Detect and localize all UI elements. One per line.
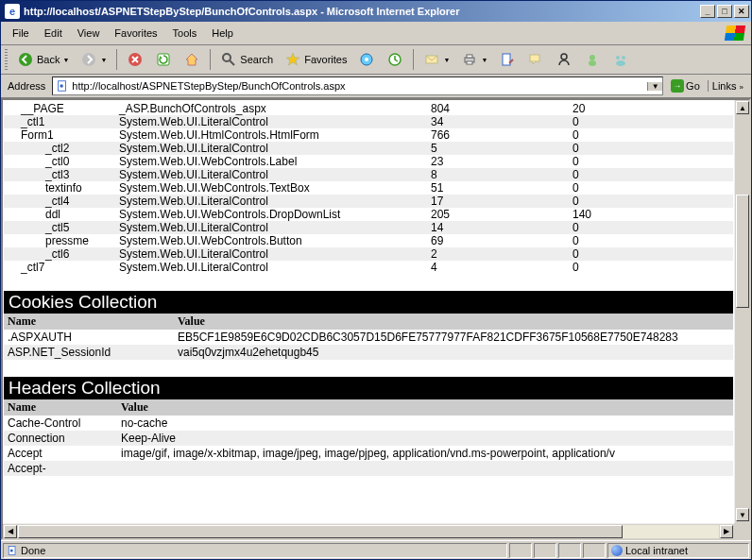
maximize-button[interactable]: □ [717, 5, 732, 18]
scroll-down-button[interactable]: ▼ [736, 508, 749, 521]
mail-icon [423, 51, 440, 68]
window-buttons: _ □ ✕ [698, 5, 749, 18]
chevron-down-icon: ▼ [443, 57, 450, 63]
status-main: Done [3, 543, 507, 558]
svg-point-6 [365, 58, 368, 61]
vertical-scrollbar[interactable]: ▲ ▼ [734, 100, 749, 523]
svg-rect-13 [530, 55, 539, 61]
table-row: ASP.NET_SessionIdvai5q0vzjmx4u2ehetqugb4… [4, 345, 733, 360]
menu-bar: File Edit View Favorites Tools Help [1, 22, 751, 45]
hscroll-thumb[interactable] [18, 525, 623, 538]
table-row: Acceptimage/gif, image/x-xbitmap, image/… [4, 446, 733, 461]
table-row: _ctl6System.Web.UI.LiteralControl20 [4, 247, 733, 261]
links-button[interactable]: Links » [708, 80, 747, 92]
table-row: ConnectionKeep-Alive [4, 431, 733, 446]
mail-button[interactable]: ▼ [419, 48, 454, 71]
address-label: Address [5, 80, 48, 92]
search-button[interactable]: Search [215, 48, 278, 71]
menu-tools[interactable]: Tools [165, 25, 205, 41]
menu-help[interactable]: Help [204, 25, 241, 41]
print-button[interactable]: ▼ [456, 48, 492, 71]
history-button[interactable] [382, 48, 408, 71]
menu-file[interactable]: File [5, 25, 37, 41]
scroll-left-button[interactable]: ◀ [4, 525, 17, 538]
window-title: http://localhost/ASPNETStepByStep/BunchO… [24, 6, 694, 17]
address-dropdown[interactable]: ▼ [647, 82, 662, 91]
research-button[interactable] [551, 48, 577, 71]
forward-button[interactable]: ▼ [76, 48, 111, 71]
table-row: textinfoSystem.Web.UI.WebControls.TextBo… [4, 181, 733, 195]
svg-point-14 [561, 54, 567, 59]
back-label: Back [37, 54, 60, 65]
address-bar: Address ▼ → Go Links » [1, 75, 751, 98]
status-text: Done [21, 545, 45, 556]
media-button[interactable] [353, 48, 380, 71]
edit-button[interactable] [494, 48, 521, 71]
page-body: __PAGE_ASP.BunchOfControls_aspx80420_ctl… [3, 100, 734, 478]
headers-col-name: Name [4, 399, 117, 416]
refresh-button[interactable] [150, 48, 177, 71]
cookies-col-name: Name [4, 314, 174, 330]
menu-edit[interactable]: Edit [37, 25, 70, 41]
page-icon [55, 79, 70, 93]
status-seg-2 [534, 543, 556, 558]
people-icon [612, 51, 629, 68]
table-row: Accept- [4, 461, 733, 476]
extra-button[interactable] [607, 48, 634, 71]
svg-point-21 [60, 84, 64, 88]
table-row: __PAGE_ASP.BunchOfControls_aspx80420 [4, 102, 733, 115]
cookies-heading: Cookies Collection [4, 291, 733, 314]
star-icon [284, 51, 301, 68]
table-row: Form1System.Web.UI.HtmlControls.HtmlForm… [4, 128, 733, 142]
scroll-up-button[interactable]: ▲ [736, 101, 749, 114]
status-bar: Done Local intranet [1, 540, 751, 559]
svg-point-0 [19, 53, 32, 66]
scroll-right-button[interactable]: ▶ [720, 525, 733, 538]
menu-favorites[interactable]: Favorites [107, 25, 164, 41]
toolbar-grip[interactable] [5, 49, 8, 70]
svg-point-1 [82, 53, 95, 66]
table-row: _ctl5System.Web.UI.LiteralControl140 [4, 221, 733, 234]
search-icon [220, 51, 237, 68]
status-seg-4 [583, 543, 606, 558]
status-seg-1 [509, 543, 532, 558]
toolbar: Back ▼ ▼ [1, 45, 751, 75]
close-button[interactable]: ✕ [734, 5, 749, 18]
svg-point-16 [589, 60, 596, 66]
content-area: __PAGE_ASP.BunchOfControls_aspx80420_ctl… [1, 98, 751, 540]
go-button[interactable]: → Go [667, 76, 704, 95]
svg-point-19 [616, 60, 625, 66]
table-row: _ctl7System.Web.UI.LiteralControl40 [4, 261, 733, 274]
horizontal-scrollbar[interactable]: ◀ ▶ [3, 523, 734, 538]
history-icon [386, 51, 403, 68]
title-bar: e http://localhost/ASPNETStepByStep/Bunc… [1, 1, 751, 22]
svg-point-17 [616, 56, 620, 59]
favorites-label: Favorites [304, 54, 347, 65]
headers-table: NameValue Cache-Controlno-cacheConnectio… [4, 399, 733, 476]
headers-heading: Headers Collection [4, 377, 733, 399]
forward-icon [80, 51, 97, 68]
messenger-button[interactable] [579, 48, 606, 71]
favorites-button[interactable]: Favorites [280, 48, 351, 71]
table-row: _ctl4System.Web.UI.LiteralControl170 [4, 195, 733, 208]
address-input[interactable] [72, 80, 647, 92]
refresh-icon [155, 51, 172, 68]
table-row: _ctl1System.Web.UI.LiteralControl340 [4, 115, 733, 128]
minimize-button[interactable]: _ [700, 5, 715, 18]
back-button[interactable]: Back ▼ [12, 48, 74, 71]
go-label: Go [686, 80, 700, 92]
printer-icon [461, 51, 478, 68]
menu-view[interactable]: View [70, 25, 108, 41]
scrollbar-corner [734, 523, 749, 538]
search-label: Search [240, 54, 273, 65]
status-seg-3 [558, 543, 581, 558]
browser-window: e http://localhost/ASPNETStepByStep/Bunc… [0, 0, 752, 560]
messenger-icon [584, 51, 601, 68]
home-button[interactable] [179, 48, 205, 71]
scroll-thumb[interactable] [736, 195, 749, 308]
done-icon [7, 545, 18, 556]
zone-label: Local intranet [625, 545, 688, 556]
chevron-down-icon: ▼ [62, 57, 69, 63]
discuss-button[interactable] [522, 48, 549, 71]
stop-button[interactable] [122, 48, 148, 71]
